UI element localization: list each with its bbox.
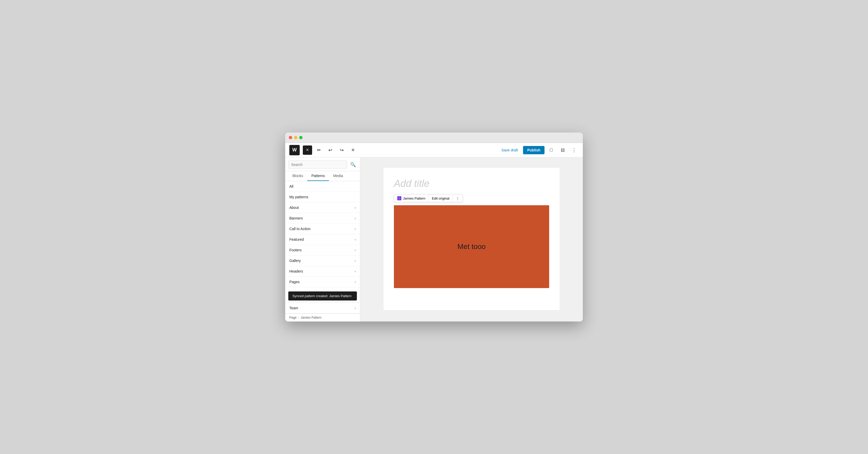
traffic-lights — [289, 136, 303, 139]
tab-bar: Blocks Patterns Media — [285, 171, 360, 181]
editor-shell: W × ✏ ↩ ↪ ≡ Save draft Publish □ ⊟ ⋮ 🔍 — [285, 143, 583, 322]
search-icon[interactable]: 🔍 — [349, 161, 357, 169]
pattern-label: My patterns — [289, 195, 308, 199]
pattern-label: All — [289, 184, 293, 188]
chevron-right-icon: › — [354, 248, 356, 252]
add-title-placeholder: Add title — [394, 178, 549, 189]
pattern-item-gallery[interactable]: Gallery › — [285, 255, 360, 266]
dots-icon: ⋮ — [456, 196, 459, 200]
maximize-button[interactable] — [299, 136, 303, 139]
pattern-label: Footers — [289, 248, 302, 252]
tab-patterns[interactable]: Patterns — [307, 171, 329, 181]
edit-original-item[interactable]: Edit original — [429, 195, 453, 202]
content-block[interactable]: Met tooo — [394, 205, 549, 288]
pattern-label: Pages — [289, 280, 300, 284]
titlebar — [285, 132, 583, 143]
breadcrumb-current: Jamies Pattern — [301, 316, 321, 320]
main-toolbar: W × ✏ ↩ ↪ ≡ Save draft Publish □ ⊟ ⋮ — [285, 143, 583, 157]
tab-media[interactable]: Media — [329, 171, 347, 181]
close-panel-button[interactable]: × — [303, 146, 312, 155]
edit-original-label: Edit original — [432, 196, 450, 200]
toast-notification: Synced pattern created: Jamies Pattern — [288, 292, 357, 301]
pattern-block-toolbar: Jamies Pattern Edit original ⋮ — [394, 194, 463, 202]
list-view-icon[interactable]: ≡ — [348, 146, 358, 155]
pattern-item-my-patterns[interactable]: My patterns — [285, 192, 360, 203]
more-pattern-options[interactable]: ⋮ — [453, 195, 462, 202]
canvas-content[interactable]: Add title Jamies Pattern Edit original ⋮ — [383, 168, 559, 310]
breadcrumb-separator: › — [298, 316, 299, 320]
pattern-label: About — [289, 206, 299, 210]
pattern-label: Featured — [289, 237, 304, 242]
pattern-item-pages[interactable]: Pages › — [285, 277, 360, 287]
pattern-item-featured[interactable]: Featured › — [285, 234, 360, 245]
pattern-item-team[interactable]: Team › — [285, 303, 360, 313]
view-button[interactable]: □ — [547, 146, 556, 155]
chevron-right-icon: › — [354, 237, 356, 242]
chevron-right-icon: › — [354, 227, 356, 231]
editor-window: W × ✏ ↩ ↪ ≡ Save draft Publish □ ⊟ ⋮ 🔍 — [285, 132, 583, 322]
pattern-item-all[interactable]: All — [285, 181, 360, 192]
redo-icon[interactable]: ↪ — [337, 146, 346, 155]
pattern-item-call-to-action[interactable]: Call to Action › — [285, 224, 360, 234]
minimize-button[interactable] — [294, 136, 297, 139]
chevron-right-icon: › — [354, 259, 356, 263]
chevron-right-icon: › — [354, 206, 356, 210]
breadcrumb: Page › Jamies Pattern — [285, 313, 360, 322]
pattern-item-portfolio[interactable]: Portfolio › — [285, 287, 360, 290]
chevron-right-icon: › — [354, 280, 356, 284]
undo-icon[interactable]: ↩ — [326, 146, 335, 155]
search-bar: 🔍 — [285, 157, 360, 171]
settings-button[interactable]: ⊟ — [558, 146, 567, 155]
chevron-right-icon: › — [354, 306, 356, 310]
pattern-item-headers[interactable]: Headers › — [285, 266, 360, 277]
editor-body: 🔍 Blocks Patterns Media All My patterns — [285, 157, 583, 322]
pattern-label: Team — [289, 306, 298, 310]
pattern-diamond-icon — [397, 196, 401, 200]
search-input[interactable] — [288, 160, 347, 169]
pattern-label: Gallery — [289, 259, 301, 263]
pattern-name-item[interactable]: Jamies Pattern — [394, 195, 429, 202]
pattern-item-footers[interactable]: Footers › — [285, 245, 360, 255]
pencil-icon[interactable]: ✏ — [314, 146, 323, 155]
pattern-name-label: Jamies Pattern — [403, 196, 426, 200]
pattern-label: Headers — [289, 269, 303, 273]
pattern-item-about[interactable]: About › — [285, 203, 360, 213]
save-draft-button[interactable]: Save draft — [498, 147, 521, 154]
pattern-item-banners[interactable]: Banners › — [285, 213, 360, 224]
pattern-label: Banners — [289, 216, 303, 220]
more-options-button[interactable]: ⋮ — [569, 146, 579, 155]
pattern-label: Call to Action — [289, 227, 311, 231]
main-canvas: Add title Jamies Pattern Edit original ⋮ — [360, 157, 583, 322]
content-text: Met tooo — [458, 243, 486, 251]
chevron-right-icon: › — [354, 216, 356, 220]
close-button[interactable] — [289, 136, 292, 139]
breadcrumb-page: Page — [289, 316, 297, 320]
patterns-list: All My patterns About › Banners › Call t — [285, 181, 360, 290]
sidebar: 🔍 Blocks Patterns Media All My patterns — [285, 157, 360, 322]
tab-blocks[interactable]: Blocks — [288, 171, 307, 181]
wp-logo: W — [289, 145, 300, 155]
publish-button[interactable]: Publish — [523, 146, 545, 154]
chevron-right-icon: › — [354, 269, 356, 273]
